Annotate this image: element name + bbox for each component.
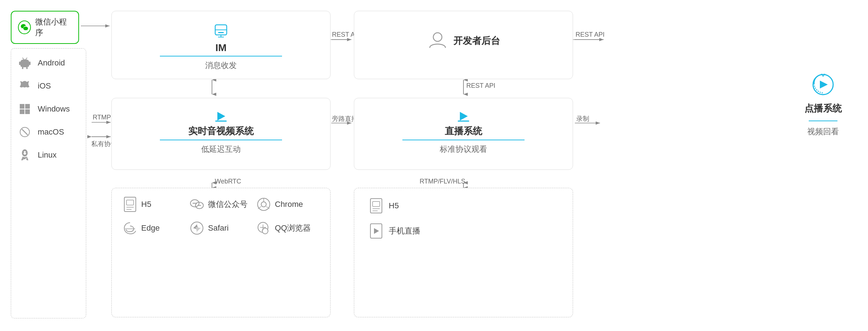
diagram-container: RTMP 私有协议 WebRTC REST API REST API REST … bbox=[0, 0, 868, 331]
macos-label: macOS bbox=[38, 127, 64, 137]
svg-rect-43 bbox=[218, 32, 224, 33]
safari-label: Safari bbox=[208, 223, 228, 233]
h5-icon bbox=[123, 197, 138, 212]
svg-rect-27 bbox=[22, 67, 23, 69]
browser-box: H5 微信公众号 bbox=[111, 188, 331, 317]
android-label: Android bbox=[38, 58, 65, 68]
im-icon bbox=[212, 22, 230, 41]
linux-label: Linux bbox=[38, 150, 57, 160]
svg-rect-76 bbox=[458, 121, 469, 122]
svg-rect-49 bbox=[126, 200, 134, 205]
svg-rect-78 bbox=[373, 201, 380, 207]
browser-edge: Edge bbox=[123, 221, 186, 236]
browser-safari: Safari bbox=[189, 221, 253, 236]
dev-icon bbox=[427, 29, 448, 52]
svg-line-36 bbox=[22, 129, 28, 135]
client-macos: macOS bbox=[17, 124, 80, 140]
im-box: IM 消息收发 bbox=[111, 11, 331, 79]
live-subtitle: 标准协议观看 bbox=[440, 144, 487, 155]
rtmp-label: RTMP bbox=[93, 114, 111, 121]
browser-qq: QQ浏览器 bbox=[256, 221, 319, 236]
mobile-live: 手机直播 bbox=[369, 223, 558, 239]
wechat-mini-icon bbox=[18, 21, 31, 34]
svg-rect-28 bbox=[26, 67, 28, 69]
mobile-live-label: 手机直播 bbox=[389, 226, 420, 236]
ios-icon bbox=[17, 78, 33, 94]
svg-marker-82 bbox=[374, 228, 379, 234]
svg-point-59 bbox=[200, 205, 201, 206]
h5-label: H5 bbox=[141, 200, 151, 209]
svg-point-39 bbox=[23, 152, 24, 153]
svg-point-61 bbox=[261, 202, 266, 207]
svg-rect-32 bbox=[25, 104, 30, 109]
rest-api-2-label: REST API bbox=[576, 31, 605, 38]
rtmp-flv-hls-label: RTMP/FLV/HLS bbox=[420, 178, 465, 185]
record-label: 录制 bbox=[576, 114, 589, 123]
client-linux: Linux bbox=[17, 147, 80, 163]
linux-icon bbox=[17, 147, 33, 163]
webrtc-label: WebRTC bbox=[215, 178, 241, 185]
vod-label: 点播系统 bbox=[804, 102, 842, 115]
im-title: IM bbox=[215, 42, 226, 54]
rtc-title: 实时音视频系统 bbox=[188, 125, 254, 137]
client-ios: iOS bbox=[17, 78, 80, 94]
client-android: Android bbox=[17, 55, 80, 71]
windows-label: Windows bbox=[38, 104, 70, 114]
vod-subtitle: 视频回看 bbox=[807, 126, 839, 137]
mobile-h5: H5 bbox=[369, 198, 558, 213]
qq-label: QQ浏览器 bbox=[275, 223, 311, 233]
edge-label: Edge bbox=[141, 223, 160, 233]
browser-wechat: 微信公众号 bbox=[189, 197, 253, 212]
live-icon bbox=[456, 109, 471, 125]
android-icon bbox=[17, 55, 33, 71]
live-title: 直播系统 bbox=[445, 125, 482, 137]
wechat-public-label: 微信公众号 bbox=[208, 199, 248, 210]
mobile-h5-icon bbox=[369, 198, 384, 213]
svg-point-54 bbox=[194, 203, 195, 204]
rtc-subtitle: 低延迟互动 bbox=[201, 144, 241, 155]
chrome-label: Chrome bbox=[275, 200, 303, 209]
svg-rect-33 bbox=[20, 109, 24, 114]
edge-icon bbox=[123, 221, 138, 236]
wechat-mini-label: 微信小程序 bbox=[35, 17, 72, 38]
mobile-box: H5 手机直播 bbox=[354, 188, 573, 317]
browser-chrome: Chrome bbox=[256, 197, 319, 212]
chrome-icon bbox=[256, 197, 271, 212]
vod-panel: 点播系统 视频回看 bbox=[789, 72, 857, 137]
live-box: 直播系统 标准协议观看 bbox=[354, 98, 573, 170]
mobile-h5-label: H5 bbox=[389, 201, 399, 210]
svg-point-57 bbox=[198, 205, 199, 206]
svg-rect-26 bbox=[29, 62, 31, 65]
mobile-live-icon bbox=[369, 223, 384, 239]
svg-marker-75 bbox=[460, 112, 468, 121]
macos-icon bbox=[17, 124, 33, 140]
dev-box: 开发者后台 bbox=[354, 11, 573, 79]
svg-rect-47 bbox=[215, 121, 227, 122]
wechat-mini-item: 微信小程序 bbox=[11, 11, 79, 44]
svg-point-53 bbox=[193, 203, 194, 204]
svg-rect-31 bbox=[20, 104, 24, 109]
windows-icon bbox=[17, 101, 33, 117]
rtc-box: 实时音视频系统 低延迟互动 bbox=[111, 98, 331, 170]
im-subtitle: 消息收发 bbox=[205, 60, 237, 71]
rtc-icon bbox=[214, 109, 228, 125]
browser-h5: H5 bbox=[123, 197, 186, 212]
wechat-icon bbox=[189, 197, 204, 212]
svg-rect-34 bbox=[25, 109, 30, 114]
svg-rect-25 bbox=[19, 62, 20, 65]
vod-icon bbox=[811, 72, 836, 99]
dev-title: 开发者后台 bbox=[453, 35, 500, 47]
left-panel: 微信小程序 bbox=[11, 11, 86, 318]
svg-point-74 bbox=[433, 33, 442, 41]
client-windows: Windows bbox=[17, 101, 80, 117]
clients-box: Android iOS bbox=[11, 48, 86, 318]
svg-marker-84 bbox=[820, 81, 828, 89]
svg-marker-46 bbox=[217, 112, 225, 121]
svg-point-40 bbox=[26, 152, 27, 153]
qq-icon bbox=[256, 221, 271, 236]
svg-marker-69 bbox=[195, 227, 200, 232]
ios-label: iOS bbox=[38, 81, 51, 91]
safari-icon bbox=[189, 221, 204, 236]
svg-point-58 bbox=[199, 205, 200, 206]
rest-api-3-label: REST API bbox=[466, 82, 495, 90]
